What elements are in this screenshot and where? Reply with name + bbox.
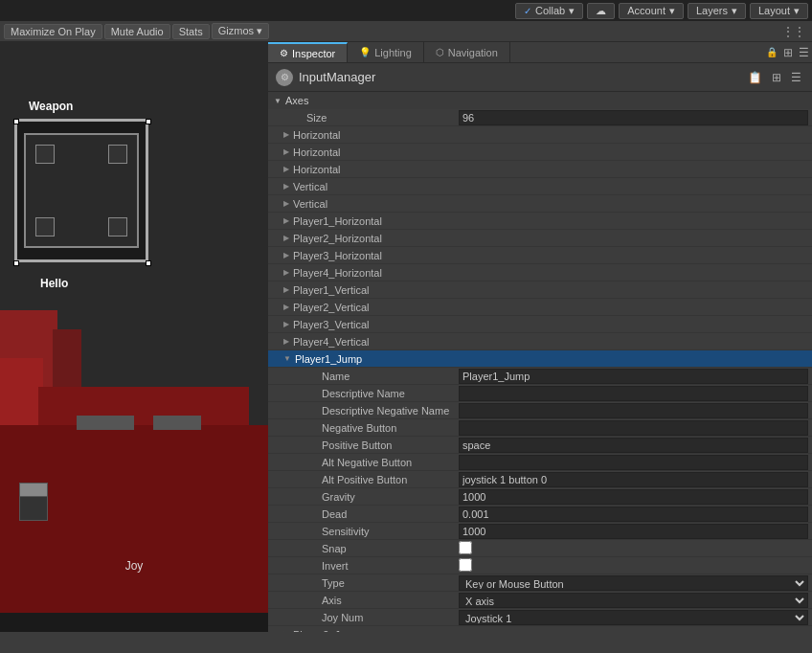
inspector-content: ▼ Axes Size ▶ Horizontal ▶ Horizontal ▶ — [268, 92, 812, 632]
axes-section-header[interactable]: ▼ Axes — [268, 92, 812, 109]
name-input[interactable] — [459, 369, 808, 384]
tree-arrow-icon: ▶ — [283, 251, 289, 259]
descriptive-negative-name-input[interactable] — [459, 403, 808, 418]
alt-negative-button-label: Alt Negative Button — [268, 457, 455, 468]
layers-label: Layers — [696, 5, 728, 16]
descriptive-negative-name-row: Descriptive Negative Name — [268, 402, 812, 419]
name-row: Name — [268, 368, 812, 385]
sensitivity-row: Sensitivity — [268, 523, 812, 540]
size-label: Size — [268, 112, 455, 124]
tree-item-player3-horizontal[interactable]: ▶ Player3_Horizontal — [268, 247, 812, 264]
tree-item-horizontal-2[interactable]: ▶ Horizontal — [268, 144, 812, 161]
gizmos-dropdown-icon: ▾ — [257, 25, 262, 36]
tab-inspector[interactable]: ⚙ Inspector — [268, 42, 348, 62]
tree-label: Vertical — [293, 198, 327, 210]
joy-num-value: Joystick 1 Joystick 2 Joystick 3 Joystic… — [455, 610, 812, 625]
descriptive-name-label: Descriptive Name — [268, 388, 455, 399]
collab-button[interactable]: ✓ Collab ▾ — [515, 3, 583, 19]
sensitivity-input[interactable] — [459, 524, 808, 539]
axis-select[interactable]: X axis Y axis — [459, 593, 808, 608]
tree-arrow-icon: ▶ — [283, 165, 289, 173]
tree-arrow-icon: ▶ — [283, 285, 289, 294]
negative-button-input[interactable] — [459, 420, 808, 436]
type-value: Key or Mouse Button Mouse Movement Joyst… — [455, 575, 812, 591]
tree-item-player4-vertical[interactable]: ▶ Player4_Vertical — [268, 333, 812, 350]
tree-item-horizontal-1[interactable]: ▶ Horizontal — [268, 126, 812, 144]
dead-input[interactable] — [459, 507, 808, 522]
layout-button[interactable]: Layout ▾ — [750, 3, 808, 19]
cloud-button[interactable]: ☁ — [587, 3, 615, 19]
tree-item-player3-vertical[interactable]: ▶ Player3_Vertical — [268, 316, 812, 333]
inspector-header-settings[interactable]: ☰ — [788, 70, 804, 85]
alt-negative-button-input[interactable] — [459, 455, 808, 470]
invert-checkbox[interactable] — [459, 558, 472, 572]
dead-label: Dead — [268, 508, 455, 520]
tree-arrow-icon: ▶ — [283, 337, 289, 346]
tree-item-player2-horizontal[interactable]: ▶ Player2_Horizontal — [268, 230, 812, 247]
descriptive-name-value — [455, 386, 812, 401]
positive-button-value — [455, 438, 812, 453]
positive-button-row: Positive Button — [268, 437, 812, 454]
type-row: Type Key or Mouse Button Mouse Movement … — [268, 574, 812, 592]
gizmos-button[interactable]: Gizmos ▾ — [212, 23, 269, 39]
hello-label: Hello — [40, 277, 68, 290]
toolbar-lock-icon[interactable]: ⋮⋮ — [779, 24, 808, 39]
inspector-header-icon1[interactable]: 📋 — [745, 70, 765, 85]
stats-button[interactable]: Stats — [172, 24, 210, 39]
alt-positive-button-input[interactable] — [459, 472, 808, 487]
tree-item-player1-horizontal[interactable]: ▶ Player1_Horizontal — [268, 213, 812, 230]
tree-item-player4-horizontal[interactable]: ▶ Player4_Horizontal — [268, 264, 812, 281]
tree-label: Player1_Jump — [295, 353, 362, 365]
maximize-on-play-button[interactable]: Maximize On Play — [4, 24, 102, 39]
gravity-input[interactable] — [459, 489, 808, 505]
alt-negative-button-value — [455, 455, 812, 470]
tree-item-player2-jump[interactable]: ▶ Player2_Jump — [268, 626, 812, 632]
descriptive-name-row: Descriptive Name — [268, 385, 812, 402]
scene-background: Weapon Hello Joy — [0, 42, 268, 613]
account-label: Account — [627, 5, 665, 16]
tree-label: Player1_Vertical — [293, 284, 370, 296]
layers-button[interactable]: Layers ▾ — [688, 3, 746, 19]
tree-arrow-icon: ▼ — [283, 354, 291, 363]
check-icon: ✓ — [524, 6, 531, 16]
tree-arrow-icon: ▶ — [283, 303, 289, 311]
tree-label: Player3_Horizontal — [293, 250, 382, 261]
size-row: Size — [268, 109, 812, 126]
scene-toolbar: Maximize On Play Mute Audio Stats Gizmos… — [0, 21, 812, 42]
gravity-label: Gravity — [268, 491, 455, 503]
size-value — [455, 110, 812, 125]
account-button[interactable]: Account ▾ — [619, 3, 684, 19]
positive-button-input[interactable] — [459, 438, 808, 453]
tab-bar-settings-icon[interactable]: ☰ — [796, 42, 812, 62]
tree-item-vertical-1[interactable]: ▶ Vertical — [268, 178, 812, 195]
inspector-title: InputManager — [299, 70, 739, 84]
tree-arrow-icon: ▶ — [283, 234, 289, 242]
tree-item-player1-vertical[interactable]: ▶ Player1_Vertical — [268, 281, 812, 299]
tree-arrow-icon: ▶ — [283, 147, 289, 156]
joy-num-select[interactable]: Joystick 1 Joystick 2 Joystick 3 Joystic… — [459, 610, 808, 625]
mute-audio-button[interactable]: Mute Audio — [104, 24, 170, 39]
tab-bar: ⚙ Inspector 💡 Lighting ⬡ Navigation 🔒 ⊞ … — [268, 42, 812, 63]
tab-bar-lock-icon[interactable]: 🔒 — [763, 42, 780, 62]
dead-value — [455, 507, 812, 522]
tree-arrow-icon: ▶ — [283, 182, 289, 191]
tree-item-player2-vertical[interactable]: ▶ Player2_Vertical — [268, 299, 812, 316]
tree-item-player1-jump[interactable]: ▼ Player1_Jump — [268, 350, 812, 368]
tab-bar-more-icon[interactable]: ⊞ — [780, 42, 796, 62]
collab-label: Collab — [535, 5, 565, 16]
tab-navigation[interactable]: ⬡ Navigation — [424, 42, 510, 62]
inspector-tab-icon: ⚙ — [280, 48, 288, 58]
navigation-tab-icon: ⬡ — [436, 47, 444, 57]
layout-dropdown-icon: ▾ — [794, 5, 800, 17]
descriptive-name-input[interactable] — [459, 386, 808, 401]
snap-checkbox[interactable] — [459, 541, 472, 554]
size-input[interactable] — [459, 110, 808, 125]
axes-arrow-icon: ▼ — [274, 97, 282, 105]
type-select[interactable]: Key or Mouse Button Mouse Movement Joyst… — [459, 575, 808, 591]
inspector-header-icon2[interactable]: ⊞ — [769, 70, 784, 85]
tree-item-vertical-2[interactable]: ▶ Vertical — [268, 195, 812, 213]
tab-lighting[interactable]: 💡 Lighting — [348, 42, 424, 62]
tree-item-horizontal-3[interactable]: ▶ Horizontal — [268, 161, 812, 178]
negative-button-value — [455, 420, 812, 436]
inspector-header-icons: 📋 ⊞ ☰ — [745, 70, 804, 85]
